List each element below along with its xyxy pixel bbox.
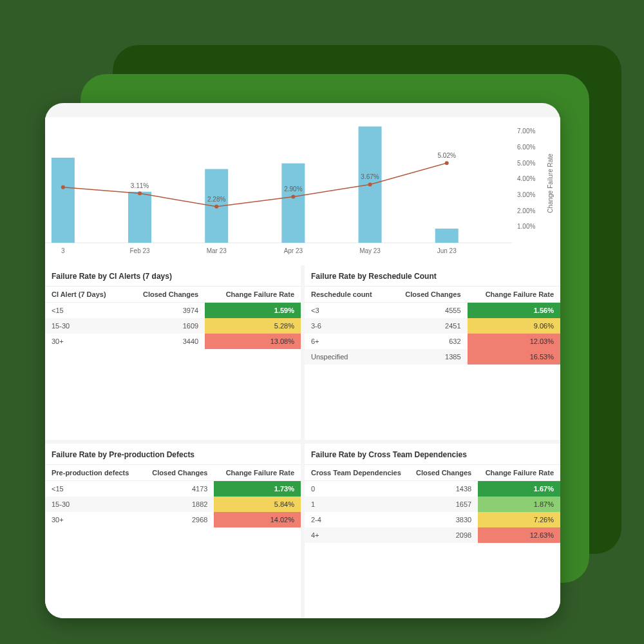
- cell-rate: 13.08%: [205, 334, 301, 349]
- y-tick-label: 6.00%: [517, 144, 535, 151]
- cell-closed: 1438: [409, 481, 478, 497]
- cell-key: 0: [305, 481, 409, 497]
- table-reschedule: Reschedule count Closed Changes Change F…: [305, 286, 560, 365]
- table-row: 6+63212.03%: [305, 334, 560, 349]
- cell-closed: 1385: [389, 349, 467, 365]
- cell-key: <3: [305, 303, 389, 319]
- cell-key: 15-30: [45, 318, 124, 334]
- cell-rate: 12.03%: [468, 334, 560, 349]
- cell-rate: 1.67%: [478, 481, 560, 497]
- cell-rate: 12.63%: [478, 527, 560, 543]
- table-row: 4+209812.63%: [305, 527, 560, 543]
- table-row: Unspecified138516.53%: [305, 349, 560, 365]
- cell-key: 15-30: [45, 497, 141, 512]
- cell-rate: 1.87%: [478, 497, 560, 512]
- cell-closed: 2098: [409, 527, 478, 543]
- cell-closed: 1609: [124, 318, 205, 334]
- cell-closed: 2968: [141, 512, 214, 527]
- bar: [435, 229, 459, 243]
- table-row: 15-3018825.84%: [45, 497, 301, 512]
- cell-rate: 1.73%: [214, 481, 301, 497]
- cell-rate: 9.06%: [468, 318, 560, 334]
- cell-closed: 3440: [124, 334, 205, 349]
- point-label: 2.90%: [284, 185, 302, 193]
- dashboard-panel: 3Feb 23Mar 23Apr 23May 23Jun 231.00%2.00…: [45, 103, 560, 618]
- line-point: [445, 161, 449, 165]
- cell-key: 1: [305, 497, 409, 512]
- card-title: Failure Rate by Pre-production Defects: [45, 444, 301, 464]
- y-tick-label: 4.00%: [517, 175, 535, 182]
- point-label: 3.11%: [131, 182, 149, 189]
- cell-rate: 1.59%: [205, 303, 301, 319]
- cell-closed: 632: [389, 334, 467, 349]
- cell-closed: 1657: [409, 497, 478, 512]
- bar: [52, 158, 75, 243]
- cell-key: 4+: [305, 527, 409, 543]
- cell-key: <15: [45, 481, 141, 497]
- table-row: 30+344013.08%: [45, 334, 301, 349]
- cell-key: 30+: [45, 334, 124, 349]
- y-tick-label: 3.00%: [517, 191, 535, 198]
- y-tick-label: 2.00%: [517, 207, 535, 214]
- x-tick-label: 3: [61, 247, 65, 254]
- table-row: 15-3016095.28%: [45, 318, 301, 334]
- x-tick-label: Apr 23: [284, 247, 303, 254]
- line-point: [291, 194, 295, 198]
- line-point: [61, 185, 65, 189]
- table-row: <1539741.59%: [45, 303, 301, 319]
- table-cross-team: Cross Team Dependencies Closed Changes C…: [305, 464, 560, 543]
- cell-closed: 3974: [124, 303, 205, 319]
- x-tick-label: Jun 23: [437, 247, 457, 254]
- cell-key: 6+: [305, 334, 389, 349]
- table-row: <1541731.73%: [45, 481, 301, 497]
- table-row: 3-624519.06%: [305, 318, 560, 334]
- x-tick-label: Feb 23: [129, 247, 150, 254]
- card-title: Failure Rate by Reschedule Count: [305, 265, 560, 286]
- cell-closed: 2451: [389, 318, 467, 334]
- y-tick-label: 5.00%: [517, 160, 535, 167]
- cell-closed: 4555: [389, 303, 467, 319]
- y-tick-label: 1.00%: [517, 223, 535, 230]
- card-cross-team: Failure Rate by Cross Team Dependencies …: [305, 444, 560, 618]
- table-row: 116571.87%: [305, 497, 560, 512]
- table-row: 014381.67%: [305, 481, 560, 497]
- card-reschedule: Failure Rate by Reschedule Count Resched…: [305, 265, 560, 440]
- table-row: <345551.56%: [305, 303, 560, 319]
- cell-rate: 5.84%: [214, 497, 301, 512]
- y-axis-title: Change Failure Rate: [547, 153, 554, 213]
- card-title: Failure Rate by CI Alerts (7 days): [45, 265, 301, 286]
- cell-key: 2-4: [305, 512, 409, 527]
- cell-closed: 3830: [409, 512, 478, 527]
- line-series: [63, 163, 447, 207]
- cell-rate: 1.56%: [468, 303, 560, 319]
- point-label: 3.67%: [361, 173, 379, 180]
- y-tick-label: 7.00%: [517, 128, 535, 135]
- line-point: [214, 205, 218, 209]
- cell-key: 30+: [45, 512, 141, 527]
- table-preprod: Pre-production defects Closed Changes Ch…: [45, 464, 301, 527]
- card-ci-alerts: Failure Rate by CI Alerts (7 days) CI Al…: [45, 265, 301, 440]
- card-preprod: Failure Rate by Pre-production Defects P…: [45, 444, 301, 618]
- cell-key: Unspecified: [305, 349, 389, 365]
- cell-rate: 14.02%: [214, 512, 301, 527]
- chart-change-failure-rate: 3Feb 23Mar 23Apr 23May 23Jun 231.00%2.00…: [45, 117, 560, 265]
- line-point: [368, 182, 372, 186]
- x-tick-label: Mar 23: [207, 247, 227, 254]
- line-point: [138, 191, 142, 195]
- cell-rate: 5.28%: [205, 318, 301, 334]
- point-label: 5.02%: [438, 152, 456, 159]
- bar: [128, 192, 151, 243]
- cell-rate: 7.26%: [478, 512, 560, 527]
- cell-key: <15: [45, 303, 124, 319]
- cell-closed: 1882: [141, 497, 214, 512]
- card-title: Failure Rate by Cross Team Dependencies: [305, 444, 560, 464]
- cell-rate: 16.53%: [468, 349, 560, 365]
- cell-closed: 4173: [141, 481, 214, 497]
- point-label: 2.28%: [207, 196, 225, 203]
- table-ci-alerts: CI Alert (7 Days) Closed Changes Change …: [45, 286, 301, 349]
- bar: [281, 164, 305, 243]
- cell-key: 3-6: [305, 318, 389, 334]
- x-tick-label: May 23: [359, 247, 381, 254]
- table-row: 30+296814.02%: [45, 512, 301, 527]
- table-row: 2-438307.26%: [305, 512, 560, 527]
